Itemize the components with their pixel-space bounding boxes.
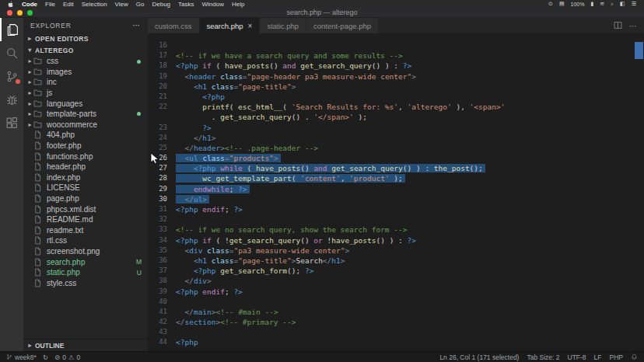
workspace-root-section[interactable]: ▾ ALTEREGO xyxy=(23,44,148,56)
control-center-icon[interactable]: ◧ xyxy=(620,1,625,7)
close-window-button[interactable] xyxy=(7,10,12,16)
open-editors-section[interactable]: ▸ OPEN EDITORS xyxy=(23,33,148,44)
line-number[interactable]: 40 xyxy=(148,297,176,307)
menu-tasks[interactable]: Tasks xyxy=(178,1,194,8)
menu-view[interactable]: View xyxy=(115,1,128,8)
code-line-wrap[interactable]: . get_search_query() . '</span>' ); xyxy=(148,112,644,122)
tree-item-footer-php[interactable]: footer.php xyxy=(23,141,148,151)
line-number[interactable]: 33 xyxy=(148,225,176,235)
code-line-24[interactable]: 24 </h1> xyxy=(148,133,644,143)
battery-icon[interactable]: ▮ xyxy=(590,1,593,7)
line-number[interactable]: 41 xyxy=(148,307,176,317)
line-number[interactable]: 44 xyxy=(148,337,176,347)
tree-item-js[interactable]: ▸js xyxy=(23,88,148,99)
line-number[interactable]: 31 xyxy=(148,204,176,214)
close-icon[interactable]: × xyxy=(248,22,253,30)
line-number[interactable]: 17 xyxy=(148,50,176,61)
stats-icon[interactable]: ▤ xyxy=(559,1,565,7)
notifications-bell-icon[interactable] xyxy=(631,353,638,360)
tab-static-php[interactable]: static.php xyxy=(260,18,306,33)
line-number[interactable]: 20 xyxy=(148,82,176,92)
minimize-window-button[interactable] xyxy=(17,10,23,16)
tree-item-css[interactable]: ▸css xyxy=(23,56,148,67)
menu-debug[interactable]: Debug xyxy=(152,1,170,8)
code-line-40[interactable]: 40 xyxy=(148,297,644,307)
line-number[interactable]: 19 xyxy=(148,71,176,82)
code-line-37[interactable]: 37 <?php get_search_form(); ?> xyxy=(148,266,644,276)
editor-more-actions-icon[interactable]: ⋯ xyxy=(629,22,637,30)
code-line-23[interactable]: 23 ?> xyxy=(148,123,644,133)
line-number[interactable]: 27 xyxy=(148,163,176,173)
eol-setting[interactable]: LF xyxy=(594,353,602,361)
line-number[interactable]: 29 xyxy=(148,184,176,194)
code-line-27[interactable]: 27 <?php while ( have_posts() and get_se… xyxy=(148,163,644,173)
tree-item-index-php[interactable]: index.php xyxy=(23,172,148,183)
tree-item-phpcs-xml-dist[interactable]: phpcs.xml.dist xyxy=(23,204,148,214)
line-number[interactable]: 37 xyxy=(148,266,176,276)
tab-search-php[interactable]: search.php× xyxy=(200,18,261,33)
notification-center-icon[interactable]: ☰ xyxy=(632,1,636,7)
tree-item-readme-md[interactable]: README.md xyxy=(23,214,148,225)
tree-item-inc[interactable]: ▸inc xyxy=(23,77,148,88)
code-line-22[interactable]: 22 printf( esc_html__( 'Search Results f… xyxy=(148,102,644,112)
code-line-36[interactable]: 36 <h1 class="page-title">Search</h1> xyxy=(148,256,644,266)
menu-code[interactable]: Code xyxy=(22,1,37,8)
code-line-41[interactable]: 41 </main><!-- #main --> xyxy=(148,307,644,317)
code-line-21[interactable]: 21 <?php xyxy=(148,92,644,102)
code-line-30[interactable]: 30 </ul> xyxy=(148,194,644,204)
menu-go[interactable]: Go xyxy=(136,1,145,8)
line-number[interactable]: 30 xyxy=(148,194,176,204)
code-line-32[interactable]: 32 xyxy=(148,214,644,225)
zoom-window-button[interactable] xyxy=(27,10,33,16)
line-number[interactable]: 32 xyxy=(148,214,176,225)
code-line-19[interactable]: 19 <header class="page-header pa3 measur… xyxy=(148,71,644,82)
code-line-39[interactable]: 39<?php endif; ?> xyxy=(148,287,644,297)
code-line-31[interactable]: 31<?php endif; ?> xyxy=(148,204,644,214)
menu-edit[interactable]: Edit xyxy=(63,1,74,8)
line-number[interactable] xyxy=(148,112,176,122)
code-line-44[interactable]: 44<?php xyxy=(148,337,644,347)
line-number[interactable]: 36 xyxy=(148,256,176,266)
code-line-43[interactable]: 43 xyxy=(148,327,644,337)
code-line-16[interactable]: 16 xyxy=(148,40,644,50)
code-line-29[interactable]: 29 endwhile; ?> xyxy=(148,184,644,194)
tree-item-404-php[interactable]: 404.php xyxy=(23,130,148,141)
tree-item-license[interactable]: LICENSE xyxy=(23,183,148,193)
more-actions-icon[interactable]: ⋯ xyxy=(132,21,141,30)
code-line-17[interactable]: 17<!-- if we have a search query and som… xyxy=(148,50,644,61)
activity-explorer-button[interactable] xyxy=(0,18,23,41)
code-editor[interactable]: 1617<!-- if we have a search query and s… xyxy=(148,33,644,351)
line-number[interactable]: 34 xyxy=(148,235,176,245)
tab-custom-css[interactable]: custom.css xyxy=(148,18,200,33)
activity-extensions-button[interactable] xyxy=(0,111,23,134)
sync-button[interactable]: ↻ xyxy=(43,353,48,361)
line-number[interactable]: 35 xyxy=(148,245,176,256)
cursor-position[interactable]: Ln 26, Col 1 (171 selected) xyxy=(439,353,519,361)
split-editor-icon[interactable] xyxy=(614,21,622,31)
editor-scrollbar[interactable] xyxy=(634,33,644,351)
tree-item-screenshot-png[interactable]: screenshot.png xyxy=(23,246,148,257)
wifi-icon[interactable]: ≋ xyxy=(600,1,604,7)
activity-search-button[interactable] xyxy=(0,41,23,64)
code-line-42[interactable]: 42</section><!-- #primary --> xyxy=(148,317,644,327)
tree-item-template-parts[interactable]: ▸template-parts xyxy=(23,109,148,120)
code-line-38[interactable]: 38 </div> xyxy=(148,276,644,286)
apple-menu-icon[interactable] xyxy=(8,1,14,8)
screen-mirror-icon[interactable]: ⊙ xyxy=(548,1,553,7)
outline-section[interactable]: ▸ OUTLINE xyxy=(23,339,148,351)
code-line-25[interactable]: 25 </header><!-- .page-header --> xyxy=(148,143,644,153)
line-number[interactable]: 21 xyxy=(148,92,176,102)
line-number[interactable]: 24 xyxy=(148,133,176,143)
line-number[interactable]: 38 xyxy=(148,276,176,286)
tree-item-images[interactable]: ▸images xyxy=(23,67,148,78)
tree-item-readme-txt[interactable]: readme.txt xyxy=(23,225,148,236)
code-line-26[interactable]: 26 <ul class="products"> xyxy=(148,153,644,163)
code-line-20[interactable]: 20 <h1 class="page-title"> xyxy=(148,82,644,92)
code-line-34[interactable]: 34<?php if ( !get_search_query() or !hav… xyxy=(148,235,644,245)
code-line-28[interactable]: 28 wc_get_template_part( 'content', 'pro… xyxy=(148,173,644,183)
line-number[interactable]: 23 xyxy=(148,123,176,133)
problems-indicator[interactable]: ⊘ 0 ⚠ 0 xyxy=(54,353,80,361)
line-number[interactable]: 16 xyxy=(148,40,176,50)
code-line-33[interactable]: 33<!-- if we no search query, show the s… xyxy=(148,225,644,235)
line-number[interactable]: 18 xyxy=(148,61,176,71)
